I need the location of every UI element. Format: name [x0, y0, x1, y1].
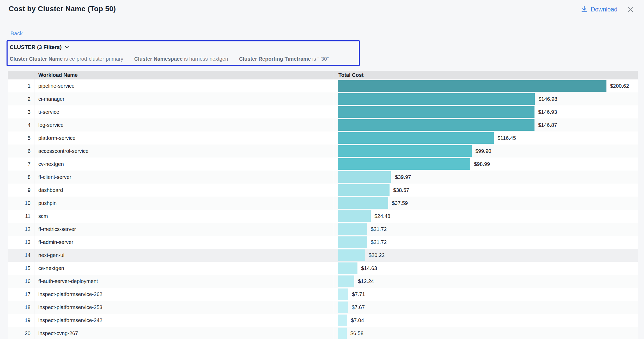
cost-bar: [338, 197, 388, 209]
total-cost-cell: $200.62: [334, 79, 638, 92]
filter-panel-toggle[interactable]: CLUSTER (3 Filters): [10, 44, 359, 50]
cost-bar: [338, 132, 494, 144]
table-row[interactable]: 16ff-auth-server-deployment$12.24: [8, 275, 638, 288]
cost-value-label: $12.24: [358, 278, 374, 284]
cost-table: Workload Name Total Cost 1pipeline-servi…: [8, 71, 638, 339]
workload-name: log-service: [34, 118, 334, 131]
table-row[interactable]: 19inspect-platformservice-242$7.04: [8, 314, 638, 327]
table-row[interactable]: 17inspect-platformservice-262$7.71: [8, 288, 638, 301]
cost-value-label: $24.48: [374, 213, 390, 219]
cost-bar: [338, 158, 470, 170]
cost-bar: [338, 288, 348, 300]
cost-value-label: $7.67: [352, 304, 365, 310]
row-index: 18: [8, 301, 34, 314]
cost-value-label: $7.04: [351, 317, 364, 323]
workload-name: ci-manager: [34, 92, 334, 105]
workload-name: ff-metrics-server: [34, 223, 334, 236]
cost-bar: [338, 145, 472, 157]
cost-bar: [338, 184, 390, 196]
table-row[interactable]: 2ci-manager$146.98: [8, 92, 638, 105]
filter-panel-title: CLUSTER (3 Filters): [10, 44, 62, 50]
table-row[interactable]: 20inspect-cvng-267$6.58: [8, 327, 638, 339]
workload-name: ff-auth-server-deployment: [34, 275, 334, 288]
table-row[interactable]: 8ff-client-server$39.97: [8, 171, 638, 184]
cost-value-label: $200.62: [610, 83, 629, 89]
total-cost-cell: $12.24: [334, 275, 638, 288]
table-row[interactable]: 14next-gen-ui$20.22: [8, 249, 638, 262]
back-link[interactable]: Back: [10, 30, 23, 36]
table-row[interactable]: 4log-service$146.87: [8, 118, 638, 131]
cost-value-label: $146.98: [538, 96, 557, 102]
cost-value-label: $116.45: [497, 135, 516, 141]
cost-bar: [338, 236, 367, 248]
workload-name: accesscontrol-service: [34, 145, 334, 158]
close-button[interactable]: [627, 6, 634, 13]
total-cost-cell: $6.58: [334, 327, 638, 339]
table-row[interactable]: 6accesscontrol-service$99.90: [8, 145, 638, 158]
table-row[interactable]: 15ce-nextgen$14.63: [8, 262, 638, 275]
table-row[interactable]: 18inspect-platformservice-253$7.67: [8, 301, 638, 314]
workload-name: ff-admin-server: [34, 236, 334, 249]
row-index: 12: [8, 223, 34, 236]
download-button[interactable]: Download: [581, 6, 617, 13]
workload-name: inspect-platformservice-242: [34, 314, 334, 327]
cost-value-label: $37.59: [392, 200, 408, 206]
total-cost-cell: $39.97: [334, 171, 638, 184]
total-cost-cell: $146.93: [334, 105, 638, 118]
table-row[interactable]: 5platform-service$116.45: [8, 131, 638, 145]
header-actions: Download: [581, 6, 635, 13]
total-cost-cell: $14.63: [334, 262, 638, 275]
row-index: 4: [8, 118, 34, 131]
workload-name: inspect-platformservice-253: [34, 301, 334, 314]
row-index: 20: [8, 327, 34, 339]
total-cost-cell: $20.22: [334, 249, 638, 262]
workload-name: pipeline-service: [34, 79, 334, 92]
cost-bar: [338, 262, 357, 274]
workload-name: scm: [34, 210, 334, 223]
close-icon: [627, 6, 634, 13]
download-icon: [581, 6, 588, 13]
table-row[interactable]: 12ff-metrics-server$21.72: [8, 223, 638, 236]
table-row[interactable]: 7cv-nextgen$98.99: [8, 158, 638, 171]
index-column-header: [8, 71, 34, 79]
cost-bar: [338, 119, 534, 131]
filter-summary: Cluster Cluster Name is ce-prod-cluster-…: [10, 56, 359, 62]
table-row[interactable]: 10pushpin$37.59: [8, 197, 638, 210]
row-index: 10: [8, 197, 34, 210]
cost-bar: [338, 315, 347, 326]
workload-name: inspect-platformservice-262: [34, 288, 334, 301]
total-cost-cell: $7.71: [334, 288, 638, 301]
cost-value-label: $6.58: [350, 330, 363, 336]
row-index: 19: [8, 314, 34, 327]
table-row[interactable]: 13ff-admin-server$21.72: [8, 236, 638, 249]
cost-value-label: $14.63: [361, 265, 377, 271]
filter-panel: CLUSTER (3 Filters) Cluster Cluster Name…: [7, 40, 360, 66]
cost-value-label: $99.90: [475, 148, 491, 154]
row-index: 6: [8, 145, 34, 158]
table-row[interactable]: 3ti-service$146.93: [8, 105, 638, 118]
cost-value-label: $39.97: [395, 174, 411, 180]
workload-name: next-gen-ui: [34, 249, 334, 262]
cost-bar: [338, 302, 348, 313]
table-header-row: Workload Name Total Cost: [8, 71, 638, 79]
table-row[interactable]: 11scm$24.48: [8, 210, 638, 223]
total-cost-cell: $146.87: [334, 118, 638, 131]
cost-value-label: $21.72: [371, 239, 387, 245]
table-row[interactable]: 9dashboard$38.57: [8, 184, 638, 197]
row-index: 15: [8, 262, 34, 275]
table-row[interactable]: 1pipeline-service$200.62: [8, 79, 638, 92]
row-index: 9: [8, 184, 34, 197]
filter-item: Cluster Namespace is harness-nextgen: [134, 56, 228, 62]
row-index: 11: [8, 210, 34, 223]
total-cost-cell: $7.04: [334, 314, 638, 327]
total-cost-cell: $21.72: [334, 223, 638, 236]
total-cost-cell: $21.72: [334, 236, 638, 249]
cost-bar: [338, 210, 371, 222]
cost-value-label: $98.99: [474, 161, 490, 167]
cost-bar: [338, 223, 367, 235]
filter-item: Cluster Cluster Name is ce-prod-cluster-…: [10, 56, 123, 62]
cost-value-label: $20.22: [369, 252, 385, 258]
row-index: 17: [8, 288, 34, 301]
row-index: 1: [8, 79, 34, 92]
total-cost-cell: $146.98: [334, 92, 638, 105]
